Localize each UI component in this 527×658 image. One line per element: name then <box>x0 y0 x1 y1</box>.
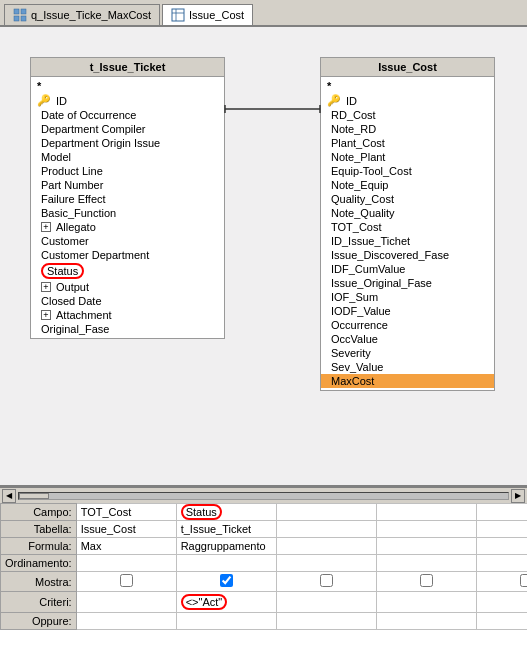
field-equip-tool-cost: Equip-Tool_Cost <box>321 164 494 178</box>
field-id-issue-tichet: ID_Issue_Tichet <box>321 234 494 248</box>
cell-oppure-3[interactable] <box>276 613 376 630</box>
expand-icon-attachment[interactable]: + <box>41 310 51 320</box>
key-icon-left: 🔑 <box>37 94 51 107</box>
checkbox-mostra-2[interactable] <box>220 574 233 587</box>
cell-campo-1[interactable]: TOT_Cost <box>76 504 176 521</box>
field-iodf-value: IODF_Value <box>321 304 494 318</box>
field-part-number: Part Number <box>31 178 224 192</box>
field-attachment: + Attachment <box>31 308 224 322</box>
cell-mostra-2[interactable] <box>176 572 276 592</box>
cell-tabella-2[interactable]: t_Issue_Ticket <box>176 521 276 538</box>
svg-rect-2 <box>14 16 19 21</box>
field-quality-cost: Quality_Cost <box>321 192 494 206</box>
tab-query-label: q_Issue_Ticke_MaxCost <box>31 9 151 21</box>
cell-tabella-5[interactable] <box>476 521 527 538</box>
cell-ord-3[interactable] <box>276 555 376 572</box>
field-allegato: + Allegato <box>31 220 224 234</box>
cell-ord-4[interactable] <box>376 555 476 572</box>
svg-rect-0 <box>14 9 19 14</box>
cell-mostra-3[interactable] <box>276 572 376 592</box>
expand-icon-output[interactable]: + <box>41 282 51 292</box>
checkbox-mostra-3[interactable] <box>320 574 333 587</box>
cell-campo-3[interactable] <box>276 504 376 521</box>
cell-criteri-3[interactable] <box>276 592 376 613</box>
field-note-equip: Note_Equip <box>321 178 494 192</box>
field-asterisk-right: * <box>321 79 494 93</box>
cell-oppure-5[interactable] <box>476 613 527 630</box>
cell-oppure-4[interactable] <box>376 613 476 630</box>
label-tabella: Tabella: <box>1 521 77 538</box>
field-status: Status <box>31 262 224 280</box>
field-basic-function: Basic_Function <box>31 206 224 220</box>
field-id-left: 🔑 ID <box>31 93 224 108</box>
expand-icon-allegato[interactable]: + <box>41 222 51 232</box>
cell-formula-3[interactable] <box>276 538 376 555</box>
svg-rect-4 <box>172 9 184 21</box>
field-issue-original: Issue_Original_Fase <box>321 276 494 290</box>
cell-criteri-4[interactable] <box>376 592 476 613</box>
tab-query[interactable]: q_Issue_Ticke_MaxCost <box>4 4 160 25</box>
grid-table: Campo: TOT_Cost Status Tabella: Issue_Co… <box>0 503 527 630</box>
field-rd-cost: RD_Cost <box>321 108 494 122</box>
tabs-bar: q_Issue_Ticke_MaxCost Issue_Cost <box>0 0 527 27</box>
cell-campo-5[interactable] <box>476 504 527 521</box>
table-issue-ticket: t_Issue_Ticket * 🔑 ID Date of Occurrence… <box>30 57 225 339</box>
cell-formula-4[interactable] <box>376 538 476 555</box>
cell-criteri-5[interactable] <box>476 592 527 613</box>
field-idf-cumvalue: IDF_CumValue <box>321 262 494 276</box>
checkbox-mostra-4[interactable] <box>420 574 433 587</box>
cell-ord-2[interactable] <box>176 555 276 572</box>
scroll-right-btn[interactable]: ▶ <box>511 489 525 503</box>
cell-ord-5[interactable] <box>476 555 527 572</box>
tab-issuecost-label: Issue_Cost <box>189 9 244 21</box>
cell-ord-1[interactable] <box>76 555 176 572</box>
cell-campo-4[interactable] <box>376 504 476 521</box>
cell-criteri-2[interactable]: <>"Act" <box>176 592 276 613</box>
hscrollbar: ◀ ▶ <box>0 487 527 503</box>
field-note-rd: Note_RD <box>321 122 494 136</box>
scroll-left-btn[interactable]: ◀ <box>2 489 16 503</box>
cell-mostra-4[interactable] <box>376 572 476 592</box>
cell-formula-1[interactable]: Max <box>76 538 176 555</box>
tab-issuecost[interactable]: Issue_Cost <box>162 4 253 25</box>
grid-icon <box>13 8 27 22</box>
cell-mostra-5[interactable] <box>476 572 527 592</box>
field-note-plant: Note_Plant <box>321 150 494 164</box>
grid-row-mostra: Mostra: <box>1 572 528 592</box>
field-closed-date: Closed Date <box>31 294 224 308</box>
field-dept-origin: Department Origin Issue <box>31 136 224 150</box>
field-id-right: 🔑 ID <box>321 93 494 108</box>
field-occvalue: OccValue <box>321 332 494 346</box>
field-maxcost: MaxCost <box>321 374 494 388</box>
status-circle: Status <box>181 504 222 520</box>
scroll-thumb[interactable] <box>19 493 49 499</box>
criteria-circle: <>"Act" <box>181 594 228 610</box>
cell-oppure-1[interactable] <box>76 613 176 630</box>
table-issue-cost: Issue_Cost * 🔑 ID RD_Cost Note_RD Plant_… <box>320 57 495 391</box>
field-tot-cost: TOT_Cost <box>321 220 494 234</box>
cell-mostra-1[interactable] <box>76 572 176 592</box>
scroll-track[interactable] <box>18 492 509 500</box>
checkbox-mostra-5[interactable] <box>520 574 527 587</box>
cell-criteri-1[interactable] <box>76 592 176 613</box>
cell-formula-5[interactable] <box>476 538 527 555</box>
label-formula: Formula: <box>1 538 77 555</box>
cell-tabella-4[interactable] <box>376 521 476 538</box>
cell-campo-2[interactable]: Status <box>176 504 276 521</box>
svg-rect-3 <box>21 16 26 21</box>
checkbox-mostra-1[interactable] <box>120 574 133 587</box>
grid-row-formula: Formula: Max Raggruppamento <box>1 538 528 555</box>
grid-row-criteri: Criteri: <>"Act" <box>1 592 528 613</box>
field-iof-sum: IOF_Sum <box>321 290 494 304</box>
cell-tabella-3[interactable] <box>276 521 376 538</box>
cell-oppure-2[interactable] <box>176 613 276 630</box>
field-original-fase: Original_Fase <box>31 322 224 336</box>
cell-formula-2[interactable]: Raggruppamento <box>176 538 276 555</box>
label-criteri: Criteri: <box>1 592 77 613</box>
grid-row-ordinamento: Ordinamento: <box>1 555 528 572</box>
label-mostra: Mostra: <box>1 572 77 592</box>
cell-tabella-1[interactable]: Issue_Cost <box>76 521 176 538</box>
field-issue-discovered: Issue_Discovered_Fase <box>321 248 494 262</box>
table-issue-ticket-header: t_Issue_Ticket <box>31 58 224 77</box>
table-issue-cost-fields: * 🔑 ID RD_Cost Note_RD Plant_Cost Note_P… <box>321 77 494 390</box>
